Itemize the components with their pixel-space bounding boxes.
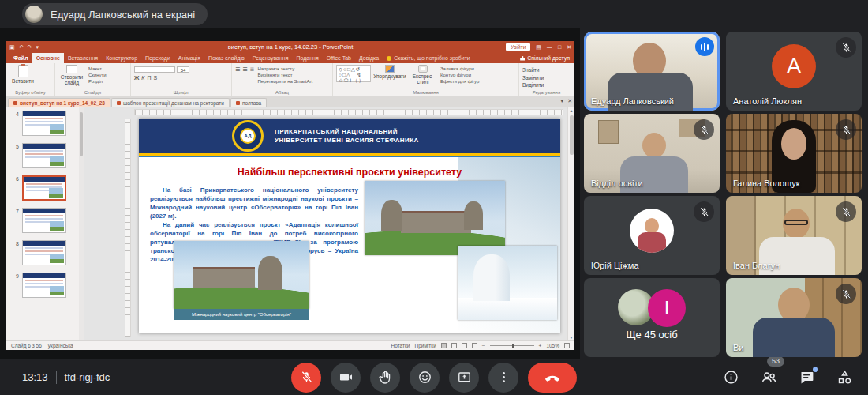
tab-help[interactable]: Довідка [355,53,383,63]
tile-anatolii-liuklian[interactable]: А Анатолій Люклян [726,32,862,111]
underline-button[interactable]: П [147,75,151,81]
doc-tab-2[interactable]: шаблон презентації деканам на ректорати [111,98,230,107]
maximize-button[interactable]: □ [558,44,561,50]
thumbnail-slide-8[interactable]: 8 [9,240,79,265]
find-button[interactable]: Знайти [522,67,544,73]
doc-tab-3[interactable]: полтава [230,98,267,107]
group-editing: Знайти Замінити Виділити Редагування [519,63,574,96]
notes-button[interactable]: Нотатки [391,343,410,348]
select-button[interactable]: Виділити [522,82,544,88]
vertical-ruler [125,118,131,337]
share-button[interactable]: Спільний доступ [520,53,570,63]
raise-hand-button[interactable] [370,363,400,393]
tab-transitions[interactable]: Переходи [141,53,174,63]
replace-button[interactable]: Замінити [522,75,544,81]
italic-button[interactable]: К [141,75,144,81]
align-text-button[interactable]: Вирівняти текст [257,73,312,77]
shape-effects-button[interactable]: Ефекти для фігур [440,79,479,84]
reading-view-icon[interactable] [462,343,467,348]
close-button[interactable]: ✕ [567,44,571,51]
zoom-out-button[interactable]: − [482,343,485,348]
leave-call-button[interactable] [528,363,577,393]
tile-eduard-lapkovskyi[interactable]: Едуард Лапковський [584,32,720,111]
tile-yurii-tsizhma[interactable]: Юрій Ціжма [584,196,720,275]
participant-name: Іван Благун [733,261,780,270]
new-slide-icon [66,65,77,73]
smartart-button[interactable]: Перетворити на SmartArt [257,79,312,84]
shapes-gallery[interactable]: ◇○□△↺○□△⌒↯☆⬠⌇（） [336,65,371,82]
lightbulb-icon [387,56,391,61]
tile-viddil-osvity[interactable]: Відділ освіти [584,114,720,193]
tab-review[interactable]: Рецензування [249,53,293,63]
slideshow-view-icon[interactable] [472,343,477,348]
thumbnail-slide-5[interactable]: 5 [9,143,79,168]
paste-button[interactable]: Вставити [9,65,36,84]
mic-mute-button[interactable] [291,363,321,393]
group-font: 54 Ж К П S Шрифт [131,63,232,96]
present-screen-button[interactable] [449,363,479,393]
zoom-level[interactable]: 105% [546,343,559,348]
slide-thumbnail-panel[interactable]: 4 5 6 7 8 [6,107,79,340]
thumbnail-slide-9[interactable]: 9 [9,273,79,298]
thumbnail-slide-7[interactable]: 7 [9,208,79,233]
strikethrough-button[interactable]: S [154,75,158,81]
text-direction-button[interactable]: Напрямок тексту [257,66,312,71]
tab-design[interactable]: Конструктор [102,53,141,63]
doc-tab-close-icon[interactable]: ✕ [567,98,572,104]
tab-home[interactable]: Основне [32,53,64,63]
thumbnail-slide-4[interactable]: 4 [9,111,79,136]
tile-halyna-voloshchuk[interactable]: Галина Волощук [726,114,862,193]
minimize-button[interactable]: — [547,44,552,50]
camera-button[interactable] [331,363,361,393]
ribbon-display-options-icon[interactable]: ▤ [536,44,541,51]
slide-canvas[interactable]: АД ПРИКАРПАТСЬКИЙ НАЦІОНАЛЬНИЙ УНІВЕРСИТ… [139,118,560,333]
font-name-combobox[interactable] [134,66,175,73]
quick-styles-button[interactable]: Експрес-стилі [409,65,437,85]
thumbnail-slide-6-selected[interactable]: 6 [9,175,79,201]
font-size-combobox[interactable]: 54 [177,66,189,73]
reset-button[interactable]: Скинути [88,73,107,77]
chat-notification-dot [813,367,818,372]
reactions-button[interactable] [410,363,440,393]
participants-button[interactable]: 53 [759,368,778,387]
presenter-label: Едуард Лапковський на екрані [51,9,195,21]
editor-scrollbar[interactable]: ▲▼ [567,107,574,340]
slide-title: Найбільш перспективні проєкти університе… [139,157,560,178]
tab-slideshow[interactable]: Показ слайдів [204,53,249,63]
arrange-button[interactable]: Упорядкувати [374,65,406,79]
new-slide-button[interactable]: Створити слайд [58,65,85,85]
shape-outline-button[interactable]: Контур фігури [440,73,479,77]
zoom-in-button[interactable]: + [539,343,542,348]
tile-more-participants[interactable]: І Ще 45 осіб [584,278,720,357]
group-clipboard: Вставити Буфер обміну [6,63,55,96]
shape-fill-button[interactable]: Заливка фігури [440,66,479,71]
doc-tab-active[interactable]: виступ_вступ на 1 курс_14_02_23 [8,98,110,107]
list-buttons[interactable]: ☰☰≣ [235,65,254,73]
tab-view[interactable]: Подання [292,53,322,63]
zoom-slider[interactable] [490,345,534,346]
more-options-button[interactable] [488,363,518,393]
language-indicator[interactable]: українська [48,343,73,348]
tab-office-tab[interactable]: Office Tab [323,53,355,63]
layout-button[interactable]: Макет [88,66,107,71]
ribbon-tab-bar: Файл Основне Вставлення Конструктор Пере… [6,53,574,63]
activities-button[interactable] [835,368,854,387]
clock: 13:13 [22,371,48,383]
doc-tab-menu-icon[interactable]: ▾ [561,98,564,104]
normal-view-icon[interactable] [441,343,447,348]
group-paragraph: ☰☰≣ Напрямок тексту Вирівняти текст Пере… [232,63,333,96]
tell-me-box[interactable]: Скажіть, що потрібно зробити [383,53,474,63]
fit-to-window-icon[interactable] [564,343,570,348]
slide-sorter-view-icon[interactable] [451,343,457,348]
tab-insert[interactable]: Вставлення [64,53,102,63]
section-button[interactable]: Розділ [88,79,107,84]
tab-animations[interactable]: Анімація [174,53,204,63]
signin-button[interactable]: Увійти [506,43,530,51]
tab-file[interactable]: Файл [9,53,32,63]
bold-button[interactable]: Ж [134,75,139,81]
comments-button[interactable]: Примітки [414,343,436,348]
tile-ivan-blahun[interactable]: Іван Благун [726,196,862,275]
chat-button[interactable] [797,368,816,387]
tile-you[interactable]: Ви [726,278,862,357]
meeting-details-button[interactable] [721,368,740,387]
